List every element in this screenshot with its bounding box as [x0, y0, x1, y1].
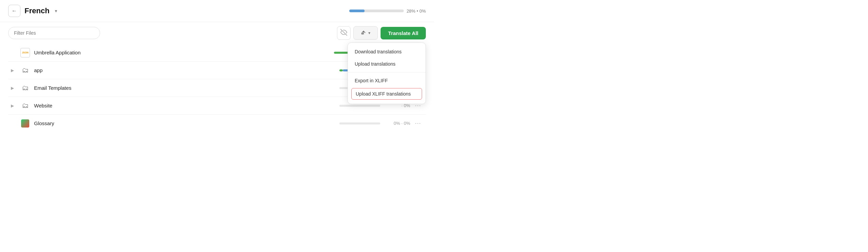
- folder-icon: 🗂: [20, 66, 30, 75]
- filter-input[interactable]: [8, 27, 100, 39]
- sort-button[interactable]: ▾: [353, 26, 378, 40]
- visibility-toggle-button[interactable]: [337, 26, 351, 40]
- expand-arrow-icon[interactable]: ▶: [11, 103, 16, 108]
- back-button[interactable]: ←: [8, 5, 20, 17]
- stat-text: 0% · 0%: [383, 121, 410, 126]
- file-name: Email Templates: [34, 85, 335, 91]
- translate-all-button[interactable]: Translate All: [381, 27, 426, 39]
- progress-track: [349, 10, 404, 12]
- sort-dropdown-menu: Download translations Upload translation…: [348, 43, 426, 104]
- toolbar-right: ▾ Translate All Download translations Up…: [337, 26, 426, 40]
- file-name: Umbrella Application: [34, 50, 330, 55]
- header-progress: 28% • 0%: [349, 9, 426, 14]
- header: ← French ▾ 28% • 0%: [0, 0, 434, 22]
- toolbar: ▾ Translate All Download translations Up…: [0, 22, 434, 44]
- mini-progress: [339, 122, 380, 124]
- folder-icon: 🗂: [20, 101, 30, 111]
- expand-arrow-icon[interactable]: ▶: [11, 68, 16, 73]
- back-arrow-icon: ←: [12, 8, 17, 14]
- sort-icon: [361, 30, 366, 36]
- export-xliff-item[interactable]: Export in XLIFF: [348, 74, 425, 87]
- language-dropdown-arrow[interactable]: ▾: [55, 8, 57, 14]
- eye-off-icon: [340, 29, 347, 37]
- expand-arrow-icon[interactable]: ▶: [11, 86, 16, 90]
- header-right: 28% • 0%: [349, 9, 426, 14]
- language-title: French: [25, 6, 49, 15]
- file-name: Website: [34, 103, 335, 108]
- mini-progress: [339, 105, 380, 107]
- progress-text: 28% • 0%: [406, 9, 426, 14]
- sort-dropdown-arrow-icon: ▾: [368, 31, 370, 35]
- dropdown-divider: [348, 72, 425, 72]
- progress-green: [339, 69, 343, 71]
- folder-icon: 🗂: [20, 83, 30, 93]
- file-stats: 0% · 0% ···: [339, 118, 423, 128]
- more-options-button[interactable]: ···: [413, 118, 423, 128]
- upload-xliff-item[interactable]: Upload XLIFF translations: [351, 88, 422, 100]
- file-name: app: [34, 67, 335, 73]
- json-file-icon: JSON: [20, 48, 30, 57]
- file-row: Glossary 0% · 0% ···: [8, 115, 426, 132]
- glossary-icon: [20, 119, 30, 128]
- download-translations-item[interactable]: Download translations: [348, 46, 425, 58]
- progress-fill: [349, 10, 365, 12]
- file-name: Glossary: [34, 120, 335, 126]
- upload-translations-item[interactable]: Upload translations: [348, 58, 425, 70]
